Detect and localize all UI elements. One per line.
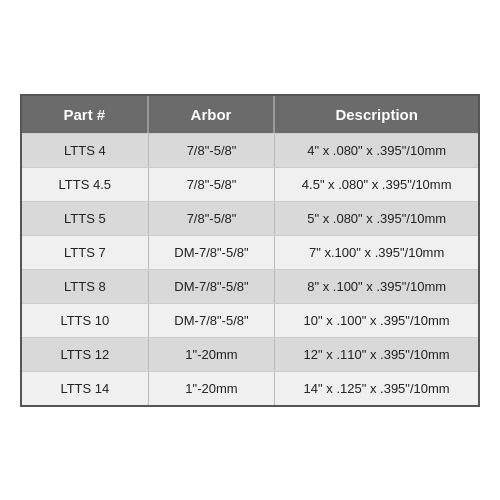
table-row: LTTS 10DM-7/8"-5/8"10" x .100" x .395"/1… [22, 303, 478, 337]
table-row: LTTS 121"-20mm12" x .110" x .395"/10mm [22, 337, 478, 371]
cell-description: 5" x .080" x .395"/10mm [275, 202, 478, 235]
cell-description: 4.5" x .080" x .395"/10mm [275, 168, 478, 201]
cell-part: LTTS 12 [22, 338, 149, 371]
cell-description: 8" x .100" x .395"/10mm [275, 270, 478, 303]
table-row: LTTS 7DM-7/8"-5/8"7" x.100" x .395"/10mm [22, 235, 478, 269]
cell-arbor: DM-7/8"-5/8" [149, 304, 276, 337]
product-table: Part # Arbor Description LTTS 47/8"-5/8"… [20, 94, 480, 407]
cell-description: 10" x .100" x .395"/10mm [275, 304, 478, 337]
cell-part: LTTS 8 [22, 270, 149, 303]
cell-arbor: 7/8"-5/8" [149, 134, 276, 167]
col-part-header: Part # [22, 96, 149, 133]
cell-arbor: 1"-20mm [149, 338, 276, 371]
cell-part: LTTS 4.5 [22, 168, 149, 201]
cell-part: LTTS 14 [22, 372, 149, 405]
table-row: LTTS 57/8"-5/8"5" x .080" x .395"/10mm [22, 201, 478, 235]
table-row: LTTS 47/8"-5/8"4" x .080" x .395"/10mm [22, 133, 478, 167]
cell-part: LTTS 4 [22, 134, 149, 167]
cell-description: 14" x .125" x .395"/10mm [275, 372, 478, 405]
table-row: LTTS 8DM-7/8"-5/8"8" x .100" x .395"/10m… [22, 269, 478, 303]
cell-description: 4" x .080" x .395"/10mm [275, 134, 478, 167]
cell-arbor: DM-7/8"-5/8" [149, 270, 276, 303]
cell-description: 12" x .110" x .395"/10mm [275, 338, 478, 371]
col-description-header: Description [275, 96, 478, 133]
cell-part: LTTS 5 [22, 202, 149, 235]
table-row: LTTS 141"-20mm14" x .125" x .395"/10mm [22, 371, 478, 405]
cell-arbor: 7/8"-5/8" [149, 168, 276, 201]
cell-arbor: 1"-20mm [149, 372, 276, 405]
col-arbor-header: Arbor [149, 96, 276, 133]
cell-part: LTTS 7 [22, 236, 149, 269]
cell-arbor: DM-7/8"-5/8" [149, 236, 276, 269]
table-header: Part # Arbor Description [22, 96, 478, 133]
cell-part: LTTS 10 [22, 304, 149, 337]
cell-description: 7" x.100" x .395"/10mm [275, 236, 478, 269]
table-row: LTTS 4.57/8"-5/8"4.5" x .080" x .395"/10… [22, 167, 478, 201]
cell-arbor: 7/8"-5/8" [149, 202, 276, 235]
table-body: LTTS 47/8"-5/8"4" x .080" x .395"/10mmLT… [22, 133, 478, 405]
